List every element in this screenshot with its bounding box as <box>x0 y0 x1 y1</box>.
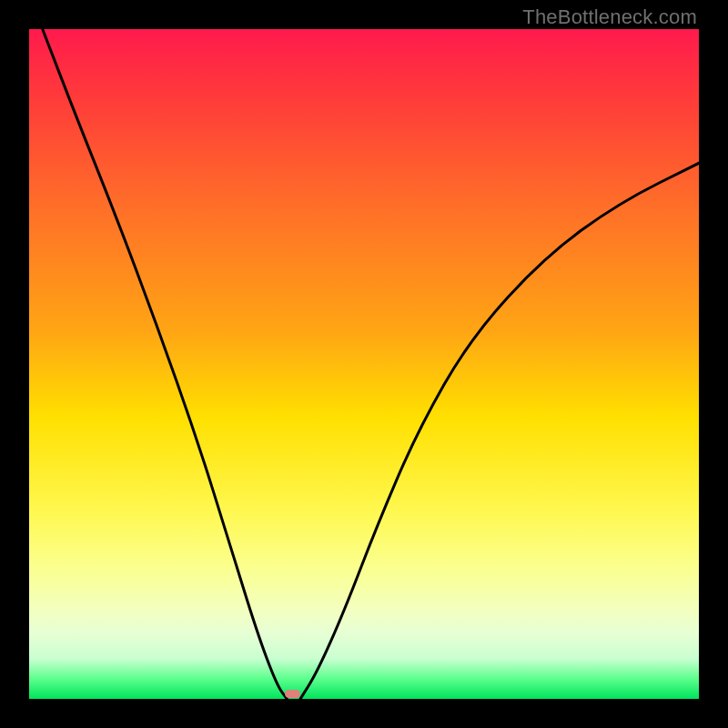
watermark-text: TheBottleneck.com <box>522 5 697 29</box>
curve-left-branch <box>43 29 288 699</box>
minimum-marker <box>285 690 300 698</box>
plot-area <box>29 29 699 699</box>
bottleneck-curve <box>29 29 699 699</box>
curve-right-branch <box>300 163 699 699</box>
chart-frame: TheBottleneck.com <box>0 0 728 728</box>
